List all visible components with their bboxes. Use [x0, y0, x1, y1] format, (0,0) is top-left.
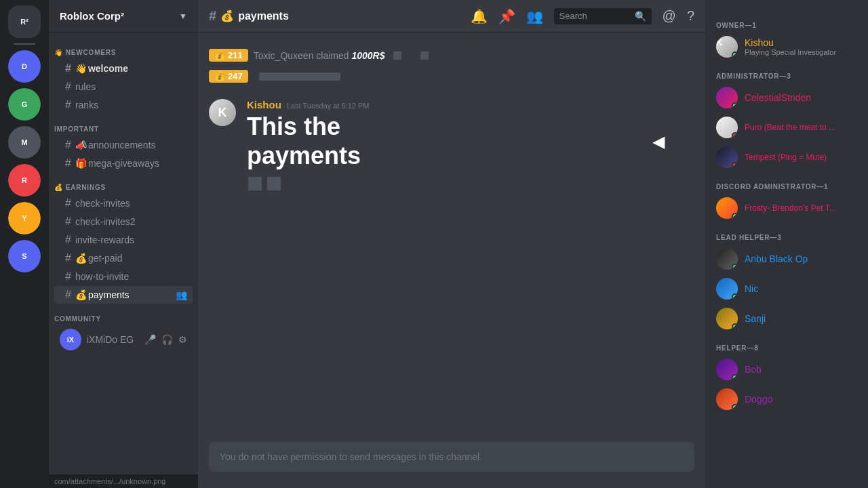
channel-title: # 💰 payments: [209, 8, 289, 24]
channel-members-icon: 👥: [176, 289, 187, 300]
chat-input-area: You do not have permission to send messa…: [198, 442, 705, 488]
search-icon: 🔍: [635, 11, 646, 22]
member-name-kishou: Kishou: [745, 37, 836, 48]
server-icon-3[interactable]: M: [8, 126, 41, 159]
message-timestamp-kishou: Last Tuesday at 6:12 PM: [287, 102, 370, 110]
claim-badge-211: 💰 211: [209, 49, 248, 62]
channel-welcome[interactable]: # 👋welcome: [54, 60, 193, 77]
member-name-sanji: Sanji: [745, 313, 766, 324]
pin-icon[interactable]: 📌: [498, 8, 515, 24]
search-bar[interactable]: 🔍: [554, 8, 652, 24]
member-status-celestial: [732, 102, 738, 108]
message-kishou: K Kishou Last Tuesday at 6:12 PM This th…: [198, 88, 705, 195]
server-name: Roblox Corp²: [60, 10, 124, 22]
member-avatar-celestial: [716, 87, 738, 108]
chat-input-box[interactable]: You do not have permission to send messa…: [209, 442, 694, 472]
attachment-1: [248, 177, 262, 190]
channel-hash-icon: #: [65, 139, 71, 151]
message-big-text-2: payments: [247, 141, 694, 170]
server-header[interactable]: Roblox Corp² ▼: [49, 0, 198, 33]
member-avatar-kishou: K: [716, 36, 738, 58]
channel-hash-icon: #: [209, 8, 216, 24]
member-status-anbu: [732, 264, 738, 270]
channel-hash-icon: #: [65, 289, 71, 301]
message-avatar-kishou: K: [209, 99, 236, 126]
message-attachments: [247, 176, 694, 192]
attachment-2: [267, 177, 281, 190]
member-status-doggo: [732, 404, 738, 410]
category-newcomers: 👋NEWCOMERS: [49, 38, 198, 59]
channel-invite-rewards[interactable]: # invite-rewards: [54, 231, 193, 249]
member-anbu[interactable]: Anbu Black Op: [711, 244, 863, 274]
member-name-bob: Bob: [745, 364, 762, 375]
search-input[interactable]: [559, 11, 631, 21]
category-earnings: 💰EARNINGS: [49, 173, 198, 194]
channel-hash-icon: #: [65, 216, 71, 228]
sidebar: Roblox Corp² ▼ 👋NEWCOMERS # 👋welcome # r…: [49, 0, 198, 488]
member-avatar-doggo: [716, 388, 738, 410]
member-name-tempest: Tempest (Ping = Mute): [745, 152, 827, 162]
member-avatar-bob: [716, 359, 738, 380]
message-big-text-1: This the: [247, 112, 694, 141]
category-important: IMPORTANT: [49, 115, 198, 136]
member-doggo[interactable]: Doggo: [711, 384, 863, 414]
member-bob[interactable]: Bob: [711, 354, 863, 384]
help-icon[interactable]: ?: [687, 8, 694, 24]
mic-icon: 🎤: [144, 334, 156, 345]
channel-hash-icon: #: [65, 234, 71, 246]
member-category-admin: ADMINISTRATOR—3: [711, 67, 863, 83]
bell-icon[interactable]: 🔔: [471, 8, 488, 24]
channel-mega-giveaways[interactable]: # 🎁mega-giveaways: [54, 155, 193, 172]
channel-rules[interactable]: # rules: [54, 78, 193, 96]
settings-icon[interactable]: ⚙: [178, 334, 187, 345]
community-username: iXMiDo EG: [87, 334, 139, 345]
member-name-puro: Puro (Beat the meat to ...: [745, 123, 835, 132]
member-tempest[interactable]: Tempest (Ping = Mute): [711, 142, 863, 172]
chat-messages: 💰 211 Toxic_Quxeen claimed 1000R$ 💰 247 …: [198, 33, 705, 442]
member-category-helper: HELPER—8: [711, 339, 863, 354]
server-icon-1[interactable]: D: [8, 50, 41, 83]
channel-hash-icon: #: [65, 270, 71, 283]
message-body-kishou: Kishou Last Tuesday at 6:12 PM This the …: [247, 99, 694, 192]
channel-check-invites2[interactable]: # check-invites2: [54, 213, 193, 230]
channel-how-to-invite[interactable]: # how-to-invite: [54, 268, 193, 285]
member-sanji[interactable]: Sanji: [711, 304, 863, 333]
member-nic[interactable]: Nic: [711, 274, 863, 304]
channel-payments[interactable]: # 💰payments 👥: [54, 286, 193, 304]
channel-hash-icon: #: [65, 99, 71, 111]
message-header-kishou: Kishou Last Tuesday at 6:12 PM: [247, 99, 694, 110]
member-status-tempest: [732, 162, 738, 168]
members-icon[interactable]: 👥: [526, 8, 543, 24]
member-info-kishou: Kishou Playing Special Investigator: [745, 37, 836, 56]
member-list: OWNER—1 K Kishou Playing Special Investi…: [705, 0, 868, 488]
member-status-nic: [732, 293, 738, 300]
channel-get-paid[interactable]: # 💰get-paid: [54, 249, 193, 267]
claim-badge-247: 💰 247: [209, 70, 248, 83]
member-category-discord-admin: DISCORD ADMINISTRATOR—1: [711, 178, 863, 193]
member-category-owner: OWNER—1: [711, 16, 863, 32]
at-icon[interactable]: @: [663, 8, 676, 24]
member-category-lead-helper: LEAD HELPER—3: [711, 228, 863, 244]
member-celestialstriden[interactable]: CelestialStriden: [711, 83, 863, 113]
server-chevron-icon: ▼: [179, 12, 187, 21]
server-icon-6[interactable]: S: [8, 240, 41, 272]
member-name-nic: Nic: [745, 283, 758, 294]
category-community: COMMUNITY: [49, 304, 198, 325]
member-avatar-anbu: [716, 248, 738, 270]
claim-message-211: 💰 211 Toxic_Quxeen claimed 1000R$: [198, 46, 705, 64]
channel-ranks[interactable]: # ranks: [54, 96, 193, 114]
server-icon-5[interactable]: Y: [8, 202, 41, 235]
server-icon-roblox[interactable]: R²: [8, 5, 41, 38]
channel-hash-icon: #: [65, 197, 71, 209]
chat-input-placeholder: You do not have permission to send messa…: [220, 451, 482, 462]
message-username-kishou: Kishou: [247, 99, 281, 110]
channel-hash-icon: #: [65, 81, 71, 93]
server-icon-4[interactable]: R: [8, 164, 41, 197]
channel-check-invites[interactable]: # check-invites: [54, 195, 193, 212]
channel-community-user[interactable]: iX iXMiDo EG 🎤 🎧 ⚙: [54, 326, 193, 353]
member-puro[interactable]: Puro (Beat the meat to ...: [711, 113, 863, 142]
member-kishou[interactable]: K Kishou Playing Special Investigator: [711, 32, 863, 62]
member-frosty[interactable]: Frosty- Brendon's Pet T...: [711, 193, 863, 223]
channel-announcements[interactable]: # 📣announcements: [54, 136, 193, 154]
server-icon-2[interactable]: G: [8, 88, 41, 121]
